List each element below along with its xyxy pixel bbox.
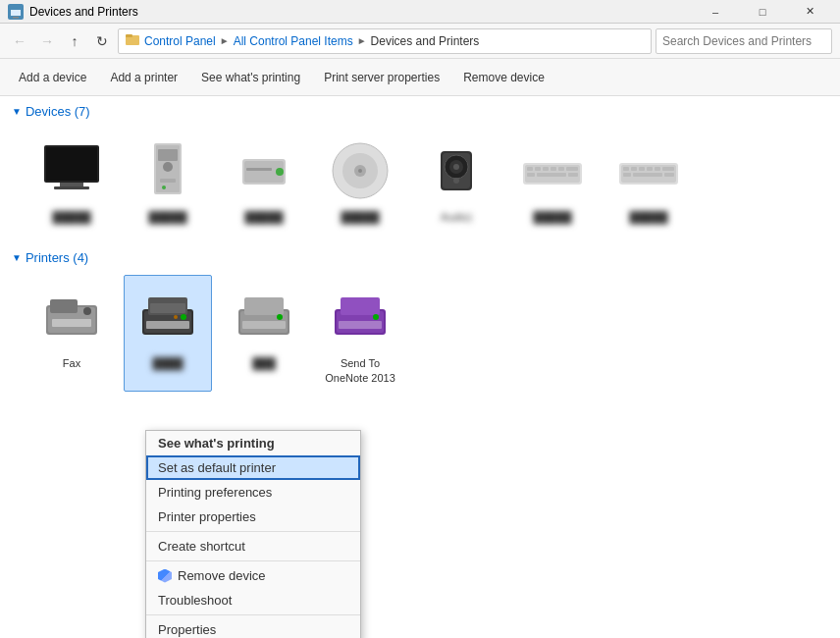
- svg-rect-33: [543, 167, 549, 171]
- minimize-button[interactable]: –: [693, 0, 738, 24]
- device-item-keyboard2[interactable]: █████: [604, 129, 693, 231]
- toolbar: Add a device Add a printer See what's pr…: [0, 59, 840, 96]
- printers-section-header[interactable]: ▼ Printers (4): [12, 250, 828, 265]
- svg-point-12: [163, 162, 173, 172]
- search-input[interactable]: [656, 28, 832, 54]
- svg-rect-50: [664, 173, 674, 177]
- svg-point-28: [453, 178, 459, 184]
- back-button[interactable]: ←: [8, 29, 31, 53]
- svg-point-17: [276, 168, 284, 176]
- printer-label-selected: ████: [152, 356, 183, 370]
- printer-label-fax: Fax: [63, 356, 80, 370]
- devices-section-header[interactable]: ▼ Devices (7): [12, 104, 828, 119]
- device-label-speaker: Audio): [441, 210, 472, 224]
- maximize-button[interactable]: □: [740, 0, 785, 24]
- ctx-remove-device-label: Remove device: [178, 568, 266, 583]
- svg-rect-18: [246, 168, 272, 171]
- ctx-see-printing[interactable]: See what's printing: [146, 431, 360, 455]
- device-item-monitor[interactable]: █████: [27, 129, 116, 231]
- optical-icon: [325, 135, 395, 206]
- device-label-optical: █████: [341, 210, 380, 224]
- svg-rect-46: [655, 167, 660, 171]
- ctx-printer-props-label: Printer properties: [158, 509, 256, 524]
- remove-device-label: Remove device: [463, 71, 545, 84]
- forward-button[interactable]: →: [35, 29, 59, 53]
- device-item-drive[interactable]: █████: [220, 129, 308, 231]
- svg-rect-48: [623, 173, 631, 177]
- add-printer-label: Add a printer: [110, 71, 178, 84]
- svg-rect-70: [341, 297, 380, 315]
- printer-label-onenote: Send ToOneNote 2013: [325, 356, 395, 385]
- svg-rect-49: [633, 173, 662, 177]
- device-label-drive: █████: [245, 210, 284, 224]
- printers-grid: Fax ████: [12, 275, 828, 392]
- print-server-label: Print server properties: [324, 71, 440, 84]
- remove-device-button[interactable]: Remove device: [452, 64, 555, 91]
- svg-rect-54: [52, 319, 91, 327]
- tower-icon: [132, 135, 203, 206]
- ctx-remove-device[interactable]: Remove device: [146, 563, 360, 588]
- svg-rect-35: [558, 167, 564, 171]
- ctx-see-printing-label: See what's printing: [158, 436, 275, 451]
- ctx-create-shortcut[interactable]: Create shortcut: [146, 534, 360, 558]
- add-device-button[interactable]: Add a device: [8, 64, 97, 91]
- svg-rect-45: [647, 167, 653, 171]
- printer-item-onenote[interactable]: Send ToOneNote 2013: [316, 275, 404, 392]
- breadcrumb-item-3[interactable]: Devices and Printers: [371, 34, 480, 48]
- ctx-printer-props[interactable]: Printer properties: [146, 505, 360, 529]
- ctx-printing-prefs[interactable]: Printing preferences: [146, 480, 360, 505]
- ctx-separator-3: [146, 614, 360, 615]
- svg-rect-60: [150, 303, 185, 313]
- add-device-label: Add a device: [19, 71, 86, 84]
- devices-chevron-icon: ▼: [12, 106, 22, 117]
- window-controls: – □ ✕: [693, 0, 832, 24]
- printers-section-label: Printers (4): [26, 250, 88, 265]
- keyboard2-icon: [613, 135, 684, 206]
- print-server-button[interactable]: Print server properties: [313, 64, 450, 91]
- breadcrumb-sep-1: ►: [220, 35, 230, 46]
- add-printer-button[interactable]: Add a printer: [99, 64, 188, 91]
- ctx-troubleshoot[interactable]: Troubleshoot: [146, 588, 360, 612]
- svg-rect-8: [54, 186, 89, 189]
- svg-rect-32: [535, 167, 541, 171]
- svg-rect-4: [126, 34, 132, 37]
- svg-rect-47: [662, 167, 674, 171]
- device-item-tower[interactable]: █████: [124, 129, 212, 231]
- refresh-button[interactable]: ↻: [90, 29, 114, 53]
- printer-item-third[interactable]: ███: [220, 275, 308, 392]
- up-button[interactable]: ↑: [63, 29, 86, 53]
- device-label-keyboard2: █████: [630, 210, 668, 224]
- ctx-troubleshoot-label: Troubleshoot: [158, 593, 232, 608]
- onenote-printer-icon: [325, 282, 395, 352]
- svg-rect-1: [11, 10, 21, 16]
- context-menu: See what's printing Set as default print…: [145, 430, 361, 638]
- ctx-printing-prefs-label: Printing preferences: [158, 485, 272, 500]
- selected-printer-icon: [132, 282, 203, 352]
- svg-rect-65: [244, 297, 284, 315]
- breadcrumb[interactable]: Control Panel ► All Control Panel Items …: [118, 28, 652, 54]
- printer-item-selected[interactable]: ████: [124, 275, 212, 392]
- svg-rect-53: [50, 299, 78, 313]
- main-content: ▼ Devices (7) █████: [0, 96, 840, 638]
- device-label-keyboard1: █████: [534, 210, 572, 224]
- device-item-speaker[interactable]: Audio): [412, 129, 500, 231]
- svg-rect-13: [160, 179, 176, 183]
- window-title: Devices and Printers: [29, 5, 138, 19]
- keyboard1-icon: [517, 135, 588, 206]
- devices-grid: █████ █████: [12, 129, 828, 231]
- device-item-keyboard1[interactable]: █████: [508, 129, 597, 231]
- drive-icon: [229, 135, 299, 206]
- close-button[interactable]: ✕: [787, 0, 832, 24]
- svg-rect-39: [568, 173, 578, 177]
- device-item-optical[interactable]: █████: [316, 129, 404, 231]
- ctx-set-default[interactable]: Set as default printer: [146, 455, 360, 480]
- breadcrumb-item-1[interactable]: Control Panel: [144, 34, 216, 48]
- see-printing-button[interactable]: See what's printing: [190, 64, 311, 91]
- monitor-icon: [36, 135, 107, 206]
- svg-rect-11: [158, 149, 178, 161]
- address-bar: ← → ↑ ↻ Control Panel ► All Control Pane…: [0, 24, 840, 59]
- breadcrumb-item-2[interactable]: All Control Panel Items: [234, 34, 353, 48]
- printer-item-fax[interactable]: Fax: [27, 275, 116, 392]
- ctx-create-shortcut-label: Create shortcut: [158, 539, 245, 554]
- ctx-properties[interactable]: Properties: [146, 617, 360, 638]
